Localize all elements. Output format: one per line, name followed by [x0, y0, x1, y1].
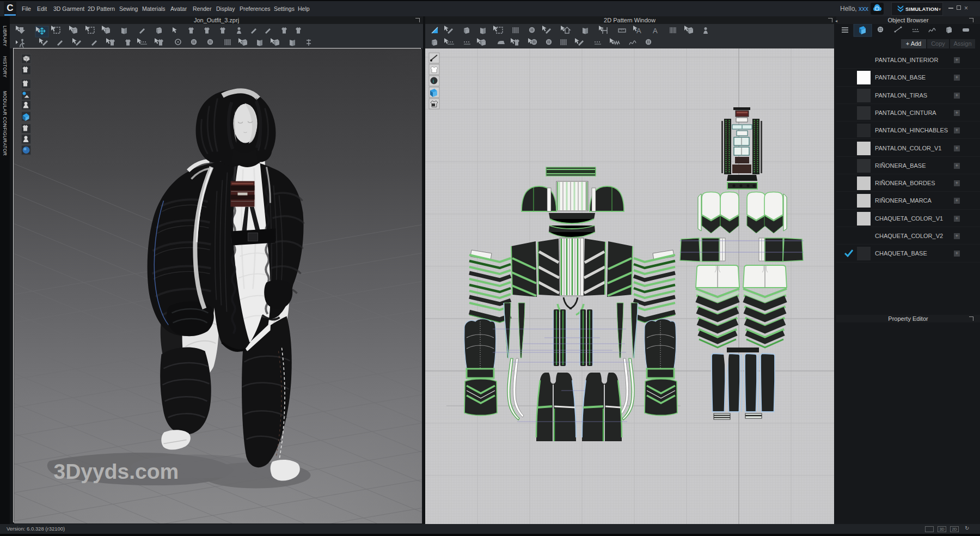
svg-text:A: A: [636, 27, 641, 35]
svg-text:3Dyyds.com: 3Dyyds.com: [53, 459, 179, 483]
svg-text:i: i: [433, 78, 434, 84]
svg-text:A: A: [653, 27, 658, 35]
